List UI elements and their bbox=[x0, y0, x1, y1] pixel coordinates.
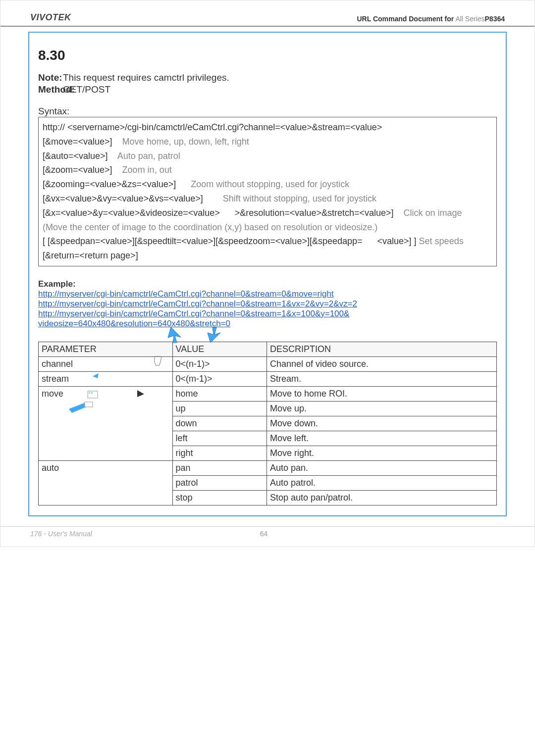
cell-desc: Move left. bbox=[267, 431, 496, 446]
code-line: [&x=<value>&y=<value>&videosize=<value> … bbox=[43, 206, 492, 220]
svg-rect-5 bbox=[91, 392, 93, 394]
note-text: This request requires camctrl privileges… bbox=[63, 72, 229, 83]
page-footer: 176 - User's Manual 64 bbox=[0, 526, 535, 547]
cell-value: right bbox=[172, 446, 267, 460]
svg-rect-4 bbox=[89, 392, 90, 394]
cell-value: patrol bbox=[172, 475, 267, 490]
examples-label: Example: bbox=[38, 279, 497, 289]
code-comment: Click on image bbox=[404, 208, 462, 218]
example-link-1[interactable]: http://myserver/cgi-bin/camctrl/eCamCtrl… bbox=[38, 289, 334, 299]
note-label: Note: bbox=[38, 72, 63, 83]
examples-block: Example: http://myserver/cgi-bin/camctrl… bbox=[38, 279, 497, 329]
code-line: [&zoom=<value>] Zoom in, out bbox=[43, 163, 492, 177]
table-row: auto pan Auto pan. bbox=[39, 460, 497, 475]
footer-left: 176 - User's Manual bbox=[30, 530, 92, 538]
th-description: DESCRIPTION bbox=[267, 342, 496, 356]
content-frame: 8.30 Note: This request requires camctrl… bbox=[28, 32, 507, 516]
example-link-3a[interactable]: http://myserver/cgi-bin/camctrl/eCamCtrl… bbox=[38, 309, 349, 318]
code-text: [ [&speedpan=<value>][&speedtilt=<value>… bbox=[43, 236, 363, 246]
cursor-icon bbox=[151, 326, 230, 346]
code-line: (Move the center of image to the coordin… bbox=[43, 220, 492, 235]
cell-param: auto bbox=[39, 460, 173, 505]
svg-marker-0 bbox=[168, 327, 181, 343]
cell-desc: Move down. bbox=[267, 416, 496, 431]
code-comment: Shift without stopping, used for joystic… bbox=[223, 194, 376, 203]
syntax-label: Syntax: bbox=[38, 106, 497, 117]
code-text: >&resolution=<value>&stretch=<value>] bbox=[235, 208, 394, 218]
cell-desc: Move right. bbox=[267, 446, 496, 460]
doc-title: URL Command Document for All SeriesP8364 bbox=[357, 15, 505, 23]
example-link-2[interactable]: http://myserver/cgi-bin/camctrl/eCamCtrl… bbox=[38, 299, 357, 308]
code-text: [&x=<value>&y=<value>&videosize=<value> bbox=[43, 208, 220, 218]
cursor-overlay bbox=[38, 329, 497, 340]
code-text: [&move=<value>] bbox=[43, 137, 112, 147]
code-text: [&vx=<value>&vy=<value>&vs=<value>] bbox=[43, 194, 203, 203]
doc-model: P8364 bbox=[485, 15, 505, 23]
cell-value: left bbox=[172, 431, 267, 446]
code-comment: Set speeds bbox=[419, 236, 464, 246]
doc-scope: All Series bbox=[455, 15, 484, 23]
note-row: Note: This request requires camctrl priv… bbox=[38, 72, 497, 83]
footer-center-page: 64 bbox=[92, 530, 435, 538]
code-line: [&zooming=<value>&zs=<value>] Zoom witho… bbox=[43, 177, 492, 192]
code-line: [&move=<value>] Move home, up, down, lef… bbox=[43, 135, 492, 149]
code-comment: Zoom without stopping, used for joystick bbox=[191, 179, 349, 189]
syntax-box: http:// <servername>/cgi-bin/camctrl/eCa… bbox=[38, 117, 497, 266]
code-line: [&auto=<value>] Auto pan, patrol bbox=[43, 149, 492, 163]
code-line: [&vx=<value>&vy=<value>&vs=<value>] Shif… bbox=[43, 192, 492, 206]
code-text: <value>] ] bbox=[377, 236, 417, 246]
code-text: http:// bbox=[43, 122, 65, 132]
method-label: Method: bbox=[38, 84, 63, 95]
cell-desc: Stream. bbox=[267, 371, 496, 386]
cell-desc: Channel of video source. bbox=[267, 356, 496, 371]
cell-value: stop bbox=[172, 490, 267, 505]
cell-value: pan bbox=[172, 460, 267, 475]
svg-marker-8 bbox=[137, 390, 144, 397]
code-line: http:// <servername>/cgi-bin/camctrl/eCa… bbox=[43, 120, 492, 135]
doc-label: URL Command Document for bbox=[357, 15, 454, 23]
cell-desc: Move up. bbox=[267, 401, 496, 416]
code-text: [&zooming=<value>&zs=<value>] bbox=[43, 179, 176, 189]
code-text: <servername>/cgi-bin/camctrl/eCamCtrl.cg… bbox=[67, 122, 382, 132]
cell-desc: Stop auto pan/patrol. bbox=[267, 490, 496, 505]
svg-marker-1 bbox=[208, 327, 220, 343]
code-comment: Zoom in, out bbox=[122, 165, 172, 175]
section-title: 8.30 bbox=[38, 48, 497, 63]
cell-desc: Auto patrol. bbox=[267, 475, 496, 490]
cell-desc: Move to home ROI. bbox=[267, 386, 496, 401]
code-line: [&return=<return page>] bbox=[43, 249, 492, 263]
code-line: [ [&speedpan=<value>][&speedtilt=<value>… bbox=[43, 234, 492, 249]
svg-marker-2 bbox=[93, 373, 99, 378]
code-text: [&auto=<value>] bbox=[43, 151, 108, 161]
code-comment: Move home, up, down, left, right bbox=[122, 137, 249, 147]
cell-value: down bbox=[172, 416, 267, 431]
svg-rect-7 bbox=[85, 402, 93, 407]
code-comment: Auto pan, patrol bbox=[117, 151, 180, 161]
method-value: GET/POST bbox=[63, 84, 110, 95]
page-header: VIVOTEK URL Command Document for All Ser… bbox=[0, 0, 535, 27]
brand-label: VIVOTEK bbox=[30, 12, 71, 23]
method-row: Method: GET/POST bbox=[38, 84, 497, 95]
cell-desc: Auto pan. bbox=[267, 460, 496, 475]
code-text: [&zoom=<value>] bbox=[43, 165, 112, 175]
